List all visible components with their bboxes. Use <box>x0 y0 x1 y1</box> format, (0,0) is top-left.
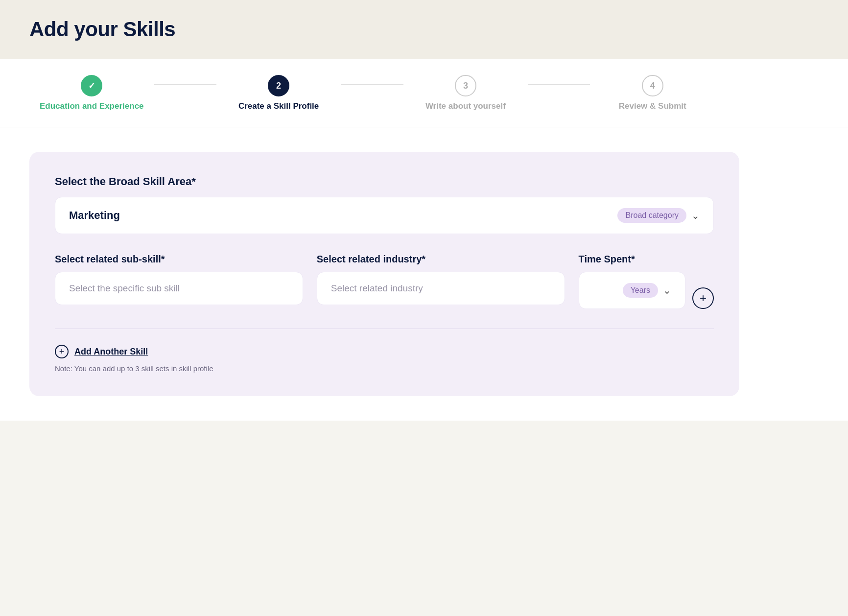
step-review-submit[interactable]: 4 Review & Submit <box>590 75 715 111</box>
step-number-4: 4 <box>650 81 655 91</box>
step-number-3: 3 <box>463 81 468 91</box>
industry-dropdown[interactable]: Select related industry <box>317 272 565 305</box>
step-circle-write-yourself: 3 <box>455 75 476 96</box>
chevron-down-icon: ⌄ <box>691 210 700 221</box>
years-chevron-icon: ⌄ <box>663 284 671 296</box>
divider <box>55 329 714 329</box>
step-connector-3 <box>528 84 590 85</box>
step-write-yourself[interactable]: 3 Write about yourself <box>403 75 528 111</box>
checkmark-icon: ✓ <box>88 80 95 91</box>
step-education[interactable]: ✓ Education and Experience <box>29 75 154 111</box>
step-circle-skill-profile: 2 <box>268 75 289 96</box>
time-spent-input[interactable]: Years ⌄ <box>579 272 685 309</box>
step-label-education: Education and Experience <box>40 101 144 111</box>
sub-skill-label: Select related sub-skill* <box>55 254 303 265</box>
add-skill-button[interactable]: Add Another Skill <box>74 347 148 357</box>
add-skill-plus-icon: + <box>55 345 69 358</box>
sub-fields-row: Select related sub-skill* Select the spe… <box>55 254 714 309</box>
sub-skill-dropdown[interactable]: Select the specific sub skill <box>55 272 303 305</box>
stepper: ✓ Education and Experience 2 Create a Sk… <box>29 75 715 111</box>
sub-skill-placeholder: Select the specific sub skill <box>69 283 180 294</box>
broad-skill-right: Broad category ⌄ <box>617 208 700 223</box>
step-label-review-submit: Review & Submit <box>619 101 686 111</box>
stepper-section: ✓ Education and Experience 2 Create a Sk… <box>0 59 848 127</box>
step-skill-profile[interactable]: 2 Create a Skill Profile <box>216 75 341 111</box>
page-header: Add your Skills <box>0 0 848 59</box>
add-skill-label: Add Another Skill <box>74 347 148 357</box>
step-number-2: 2 <box>276 81 281 91</box>
time-spent-group: Time Spent* Years ⌄ + <box>579 254 714 309</box>
broad-skill-value: Marketing <box>69 209 120 222</box>
broad-skill-label: Select the Broad Skill Area* <box>55 175 714 188</box>
broad-category-badge: Broad category <box>617 208 686 223</box>
step-circle-education: ✓ <box>81 75 102 96</box>
add-time-button[interactable]: + <box>692 287 714 309</box>
add-skill-row: + Add Another Skill <box>55 345 714 358</box>
sub-skill-group: Select related sub-skill* Select the spe… <box>55 254 303 305</box>
main-content: Select the Broad Skill Area* Marketing B… <box>0 127 848 421</box>
time-spent-inner: Time Spent* Years ⌄ <box>579 254 685 309</box>
industry-label: Select related industry* <box>317 254 565 265</box>
skill-card: Select the Broad Skill Area* Marketing B… <box>29 152 739 396</box>
time-spent-label: Time Spent* <box>579 254 685 265</box>
industry-placeholder: Select related industry <box>331 283 423 294</box>
step-connector-2 <box>341 84 403 85</box>
page-title: Add your Skills <box>29 18 819 41</box>
step-label-write-yourself: Write about yourself <box>425 101 506 111</box>
industry-group: Select related industry* Select related … <box>317 254 565 305</box>
add-skill-note: Note: You can add up to 3 skill sets in … <box>55 364 714 373</box>
years-badge: Years <box>623 283 658 298</box>
step-connector-1 <box>154 84 216 85</box>
broad-skill-dropdown[interactable]: Marketing Broad category ⌄ <box>55 197 714 234</box>
step-label-skill-profile: Create a Skill Profile <box>238 101 319 111</box>
step-circle-review-submit: 4 <box>642 75 663 96</box>
